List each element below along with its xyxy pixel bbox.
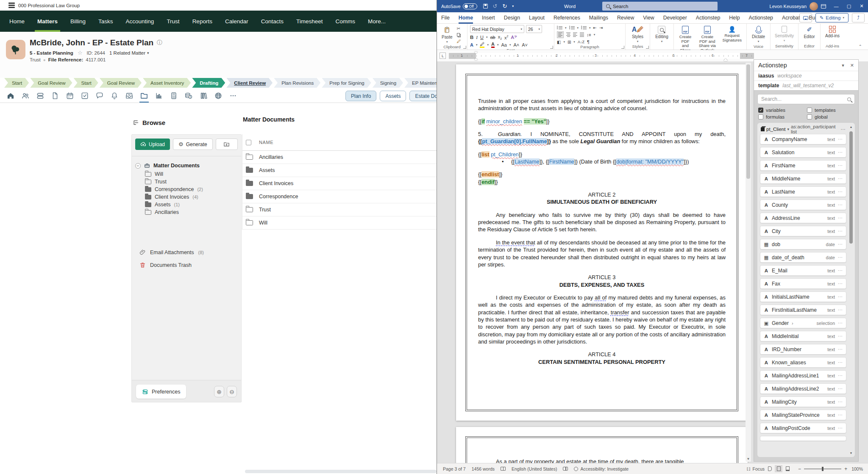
- tree-root-matter-documents[interactable]: − Matter Documents: [135, 161, 239, 170]
- workflow-step[interactable]: Prep for Signing: [322, 78, 371, 88]
- variable-more-icon[interactable]: ⋯: [838, 176, 843, 181]
- variable-row[interactable]: MiddleName text ⋯: [760, 173, 846, 184]
- tree-folder-item[interactable]: Will: [135, 170, 239, 178]
- ribbon-tab[interactable]: Help: [729, 12, 740, 24]
- scroll-down-icon[interactable]: ▼: [746, 457, 751, 461]
- bold-button[interactable]: B: [470, 35, 473, 40]
- ribbon-tab[interactable]: Home: [459, 12, 473, 24]
- variable-row[interactable]: MiddleInitial text ⋯: [760, 331, 846, 341]
- ribbon-tab[interactable]: Insert: [482, 12, 495, 24]
- align-right-button[interactable]: [573, 33, 577, 37]
- avatar[interactable]: [810, 2, 818, 11]
- addins-button[interactable]: Add-ins: [823, 25, 842, 39]
- nav-item[interactable]: Billing: [70, 11, 86, 32]
- grow-font-button[interactable]: A˄: [513, 42, 519, 47]
- comments-button[interactable]: [799, 13, 812, 22]
- editing-mode-button[interactable]: ✎ Editing ▾: [815, 13, 849, 22]
- nav-item[interactable]: Matters: [37, 11, 58, 32]
- ribbon-tab[interactable]: Design: [504, 12, 520, 24]
- variable-more-icon[interactable]: ⋯: [838, 268, 843, 273]
- filter-checkbox[interactable]: variables: [758, 108, 804, 113]
- variable-more-icon[interactable]: ⋯: [838, 163, 843, 168]
- request-signatures-button[interactable]: 👤 Request Signatures: [721, 25, 744, 43]
- variable-row-partial[interactable]: [760, 436, 846, 441]
- shading-button[interactable]: ◧: [557, 40, 561, 44]
- coins-icon[interactable]: $: [184, 91, 193, 101]
- word-count[interactable]: 1456 words: [472, 466, 495, 471]
- multilevel-list-button[interactable]: [581, 26, 587, 29]
- font-name-select[interactable]: Red Hat Display▾: [470, 25, 524, 33]
- variable-more-icon[interactable]: ⋯: [838, 136, 843, 142]
- variable-row[interactable]: E_Mail text ⋯: [760, 265, 846, 276]
- indent-marker[interactable]: [474, 52, 478, 60]
- ribbon-tab[interactable]: Actionstep: [696, 12, 720, 24]
- scroll-down-icon[interactable]: ▼: [849, 452, 853, 455]
- sensitivity-button[interactable]: Sensitivity▾: [773, 25, 796, 43]
- workspace-row[interactable]: iaasus workspace: [754, 71, 858, 80]
- workflow-step[interactable]: Signing: [373, 78, 403, 88]
- document-icon[interactable]: [50, 91, 60, 101]
- table-row[interactable]: Client Invoices: [242, 177, 437, 190]
- sort-button[interactable]: A↓Z: [578, 40, 584, 44]
- text-effects-button[interactable]: A: [470, 42, 473, 47]
- variable-more-icon[interactable]: ⋯: [838, 294, 843, 299]
- variables-search-input[interactable]: Search...: [757, 94, 855, 104]
- variable-row[interactable]: Fax text ⋯: [760, 278, 846, 289]
- editing-menu-button[interactable]: Editing▾: [653, 25, 670, 44]
- underline-button[interactable]: U: [480, 35, 484, 40]
- table-row[interactable]: Assets: [242, 164, 437, 177]
- collapse-icon[interactable]: −: [135, 163, 141, 169]
- zoom-slider[interactable]: − +: [798, 466, 847, 472]
- upload-button[interactable]: Upload: [135, 139, 170, 150]
- table-row[interactable]: Ancillaries: [242, 151, 437, 164]
- nav-item[interactable]: Reports: [192, 11, 212, 32]
- variable-more-icon[interactable]: ⋯: [838, 189, 843, 194]
- document-scrollbar[interactable]: ▼: [746, 63, 751, 462]
- select-all-checkbox[interactable]: [246, 140, 251, 145]
- increase-indent-button[interactable]: ⇥: [599, 25, 603, 30]
- ribbon-tab[interactable]: Review: [617, 12, 634, 24]
- search-input[interactable]: Search: [602, 2, 718, 11]
- books-icon[interactable]: [199, 91, 208, 101]
- variable-more-icon[interactable]: ⋯: [838, 241, 843, 247]
- borders-button[interactable]: ⊞: [568, 40, 571, 44]
- workflow-step[interactable]: Start: [74, 78, 98, 88]
- people-icon[interactable]: [21, 91, 30, 101]
- variable-row[interactable]: CompanyName text ⋯: [760, 134, 846, 144]
- paste-button[interactable]: Paste▾: [440, 25, 455, 44]
- variables-group-header[interactable]: pt_Client ▾ as:action_participant list ⋯: [760, 125, 846, 134]
- format-painter-icon[interactable]: 🖉: [457, 39, 462, 44]
- line-spacing-button[interactable]: ↕≡: [587, 33, 591, 37]
- web-layout-button[interactable]: [784, 465, 791, 472]
- template-row[interactable]: template last_will_testament_v2: [754, 80, 858, 90]
- proofing-icon[interactable]: [501, 467, 506, 471]
- close-button[interactable]: ✕: [855, 0, 868, 12]
- variables-scrollbar[interactable]: ▲ ▼: [849, 125, 853, 455]
- variable-row[interactable]: LastName text ⋯: [760, 186, 846, 197]
- document-content-next[interactable]: As a part of my property and estate at t…: [478, 458, 726, 463]
- menu-icon[interactable]: [8, 3, 15, 8]
- variable-row[interactable]: MailingCity text ⋯: [760, 396, 846, 407]
- filter-checkbox[interactable]: templates: [807, 108, 853, 113]
- align-left-button[interactable]: [557, 31, 564, 38]
- read-mode-button[interactable]: [766, 465, 773, 472]
- ribbon-tab[interactable]: Acrobat: [782, 12, 800, 24]
- filter-checkbox[interactable]: formulas: [758, 114, 804, 119]
- matter-action-button[interactable]: Assets: [380, 91, 406, 101]
- styles-button[interactable]: A🖉 Styles▾: [630, 25, 646, 44]
- language-indicator[interactable]: English (United States): [512, 466, 557, 471]
- bar-chart-icon[interactable]: [154, 91, 164, 101]
- share-button[interactable]: ⤴: [852, 13, 865, 22]
- variable-row[interactable]: City text ⋯: [760, 226, 846, 236]
- nav-item[interactable]: Home: [9, 11, 25, 32]
- related-matter-link[interactable]: 1 Related Matter ▾: [109, 50, 149, 55]
- variable-row[interactable]: date_of_death date ⋯: [760, 252, 846, 263]
- bell-icon[interactable]: [110, 91, 119, 101]
- email-attachments-item[interactable]: Email Attachments (8): [139, 249, 204, 255]
- account-area[interactable]: Levon Keusseyan: [770, 2, 818, 11]
- paragraph-dialog-launcher[interactable]: [621, 46, 624, 49]
- autosave-toggle[interactable]: AutoSave Off: [441, 3, 477, 9]
- calculator-icon[interactable]: [169, 91, 178, 101]
- variable-more-icon[interactable]: ⋯: [838, 425, 843, 431]
- variable-row[interactable]: IRD_Number text ⋯: [760, 344, 846, 355]
